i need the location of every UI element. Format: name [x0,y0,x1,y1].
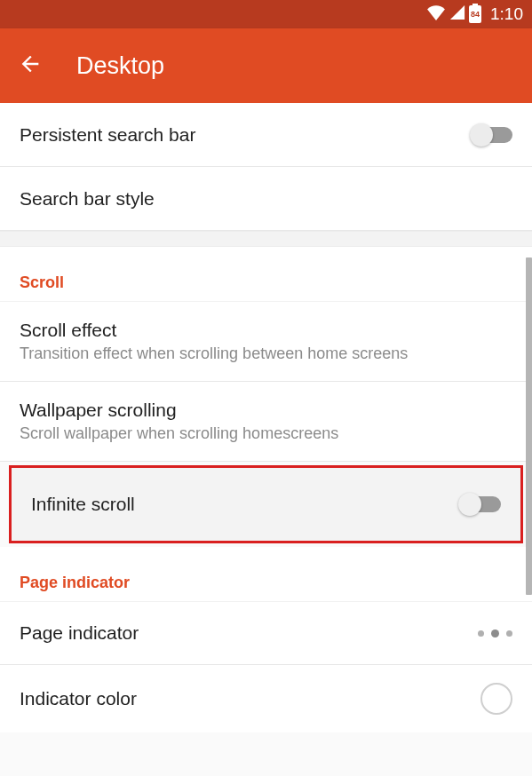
page-title: Desktop [76,52,164,80]
row-indicator-color[interactable]: Indicator color [0,665,532,732]
clock: 1:10 [490,4,523,24]
row-subtitle: Transition effect when scrolling between… [20,344,512,363]
row-title: Infinite scroll [31,494,462,515]
settings-list: Persistent search bar Search bar style S… [0,103,532,732]
row-title: Indicator color [20,688,480,709]
row-title: Search bar style [20,188,512,210]
toggle-infinite-scroll[interactable] [462,496,501,512]
section-header-scroll: Scroll [0,247,532,301]
row-title: Scroll effect [20,320,512,341]
battery-pct: 84 [471,10,480,19]
color-swatch-icon [480,683,512,715]
back-icon[interactable] [18,51,43,80]
row-search-bar-style[interactable]: Search bar style [0,167,532,231]
battery-icon: 84 [469,5,481,23]
row-subtitle: Scroll wallpaper when scrolling homescre… [20,424,512,443]
scrollbar[interactable] [526,257,532,595]
status-bar: 84 1:10 [0,0,532,28]
section-gap [0,231,532,247]
row-title: Page indicator [20,622,478,644]
section-header-page-indicator: Page indicator [0,547,532,601]
toggle-persistent-search-bar[interactable] [473,127,512,143]
page-indicator-preview-icon [478,630,512,637]
cellular-icon [449,4,465,24]
app-bar: Desktop [0,28,532,103]
row-page-indicator[interactable]: Page indicator [0,601,532,665]
row-title: Wallpaper scrolling [20,400,512,421]
row-scroll-effect[interactable]: Scroll effect Transition effect when scr… [0,301,532,382]
highlight-box: Infinite scroll [9,465,523,543]
row-title: Persistent search bar [20,124,473,146]
row-wallpaper-scrolling[interactable]: Wallpaper scrolling Scroll wallpaper whe… [0,382,532,462]
row-infinite-scroll[interactable]: Infinite scroll [12,468,520,541]
row-persistent-search-bar[interactable]: Persistent search bar [0,103,532,167]
wifi-icon [426,4,446,24]
